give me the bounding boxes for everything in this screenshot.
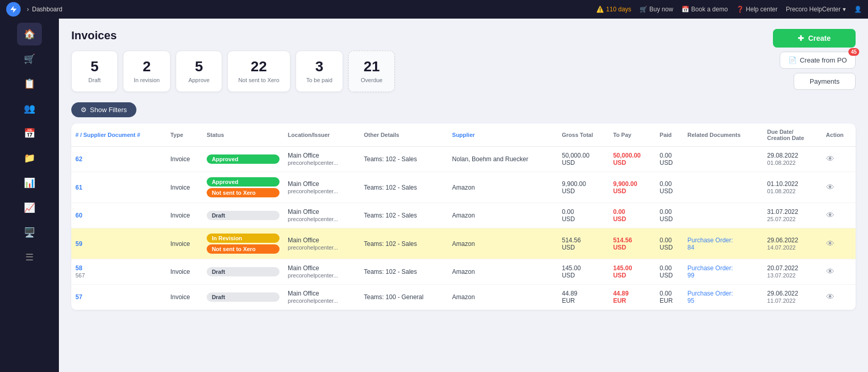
cell-gross: 0.00 USD [557,203,609,228]
creation-date: 01.08.2022 [767,160,796,166]
sidebar-item-orders[interactable]: 🛒 [17,48,42,70]
cell-to-pay: 44.89 EUR [609,285,656,310]
stat-to-be-paid[interactable]: 3 To be paid [296,51,344,92]
sidebar-item-invoices[interactable]: 📋 [17,72,42,95]
cell-status: In RevisionNot sent to Xero [203,228,284,259]
view-icon[interactable]: 👁 [826,267,834,276]
location-name: Main Office [288,237,319,244]
stat-overdue[interactable]: 21 Overdue [348,51,395,92]
cell-paid: 0.00 USD [656,259,684,285]
top-navigation: › Dashboard ⚠️ 110 days 🛒 Buy now 📅 Book… [0,0,868,19]
page-title: Invoices [71,29,395,42]
related-doc[interactable]: Purchase Order:95 [688,290,733,304]
main-content: Invoices 5 Draft 2 In revision 5 Approve [59,19,868,372]
book-demo-button[interactable]: 📅 Book a demo [681,6,728,13]
invoice-id[interactable]: 60 [75,212,82,219]
filter-icon: ⚙ [81,106,87,114]
col-id[interactable]: # / Supplier Document # [71,123,166,147]
cell-action: 👁 [822,259,856,285]
cell-type: Invoice [166,172,203,203]
cell-supplier: Amazon [448,172,557,203]
stat-approve-number: 5 [187,59,211,74]
user-avatar[interactable]: 👤 [854,6,862,13]
stat-not-sent-number: 22 [238,59,280,74]
stats-row: 5 Draft 2 In revision 5 Approve 22 [71,51,395,92]
invoice-id[interactable]: 58 [75,265,82,272]
invoice-id[interactable]: 61 [75,184,82,191]
cell-type: Invoice [166,203,203,228]
status-badge: In Revision [207,234,280,243]
reports-icon: 📊 [24,177,35,189]
related-doc[interactable]: Purchase Order:84 [688,237,733,251]
cell-paid: 0.00 EUR [656,285,684,310]
view-icon[interactable]: 👁 [826,183,834,192]
stat-not-sent[interactable]: 22 Not sent to Xero [227,51,290,92]
cell-gross: 44.89 EUR [557,285,609,310]
gross-currency: USD [562,215,575,223]
related-doc[interactable]: Purchase Order:99 [688,265,733,279]
location-name: Main Office [288,208,319,215]
supplier-name: Amazon [452,268,475,275]
monitor-icon: 🖥️ [24,227,35,238]
stat-not-sent-label: Not sent to Xero [238,77,280,83]
due-date: 01.10.2022 [767,180,798,188]
col-supplier[interactable]: Supplier [448,123,557,147]
view-icon[interactable]: 👁 [826,154,834,163]
other-details: Teams: 102 - Sales [364,184,417,191]
col-action: Action [822,123,856,147]
view-icon[interactable]: 👁 [826,211,834,220]
col-location: Location/Issuer [284,123,360,147]
other-details: Teams: 100 - General [364,293,423,301]
stat-approve[interactable]: 5 Approve [176,51,222,92]
helpcenter-user-menu[interactable]: Precoro HelpCenter ▾ [786,6,846,13]
cell-supplier: Amazon [448,228,557,259]
buy-now-button[interactable]: 🛒 Buy now [640,6,673,13]
location-sub: precorohelpcenter... [288,272,338,278]
cell-id: 58 567 [71,259,166,285]
cell-gross: 145.00 USD [557,259,609,285]
sidebar-item-analytics[interactable]: 📈 [17,196,42,219]
breadcrumb-item[interactable]: Dashboard [32,6,63,13]
sidebar-item-home[interactable]: 🏠 [17,23,42,45]
stat-approve-label: Approve [187,77,211,83]
sidebar-item-documents[interactable]: 📁 [17,147,42,169]
to-pay-currency: USD [613,159,626,166]
col-status: Status [203,123,284,147]
cell-location: Main Office precorohelpcenter... [284,147,360,172]
view-icon[interactable]: 👁 [826,239,834,248]
sidebar-item-monitor[interactable]: 🖥️ [17,221,42,244]
payments-button[interactable]: Payments [794,73,856,90]
show-filters-button[interactable]: ⚙ Show Filters [71,102,136,117]
invoice-id[interactable]: 59 [75,240,82,247]
invoice-id-sub: 567 [75,272,85,278]
invoice-id[interactable]: 62 [75,156,82,163]
sidebar-item-menu[interactable]: ☰ [17,246,42,269]
help-center-button[interactable]: ❓ Help center [736,6,778,13]
invoice-id[interactable]: 57 [75,293,82,301]
cell-details: Teams: 102 - Sales [360,147,448,172]
due-date: 20.07.2022 [767,265,798,272]
cell-type: Invoice [166,147,203,172]
create-button[interactable]: ✚ Create [773,29,856,48]
paid-currency: EUR [660,297,673,304]
create-from-po-button[interactable]: 📄 Create from PO 45 [780,52,856,69]
paid-currency: USD [660,159,673,166]
col-type: Type [166,123,203,147]
stat-in-revision[interactable]: 2 In revision [123,51,171,92]
sidebar-item-users[interactable]: 👥 [17,97,42,120]
sidebar: 🏠 🛒 📋 👥 📅 📁 📊 📈 🖥️ ☰ [0,19,59,372]
sidebar-item-reports[interactable]: 📊 [17,172,42,194]
location-name: Main Office [288,152,319,159]
sidebar-item-calendar[interactable]: 📅 [17,122,42,145]
cell-gross: 514.56 USD [557,228,609,259]
stat-draft[interactable]: 5 Draft [71,51,118,92]
cell-to-pay: 9,900.00 USD [609,172,656,203]
cell-status: Draft [203,259,284,285]
cell-action: 👁 [822,203,856,228]
cell-related [684,203,763,228]
to-pay-currency: USD [613,188,626,195]
paid-currency: USD [660,215,673,223]
view-icon[interactable]: 👁 [826,292,834,301]
stat-overdue-label: Overdue [359,77,384,83]
cell-paid: 0.00 USD [656,203,684,228]
